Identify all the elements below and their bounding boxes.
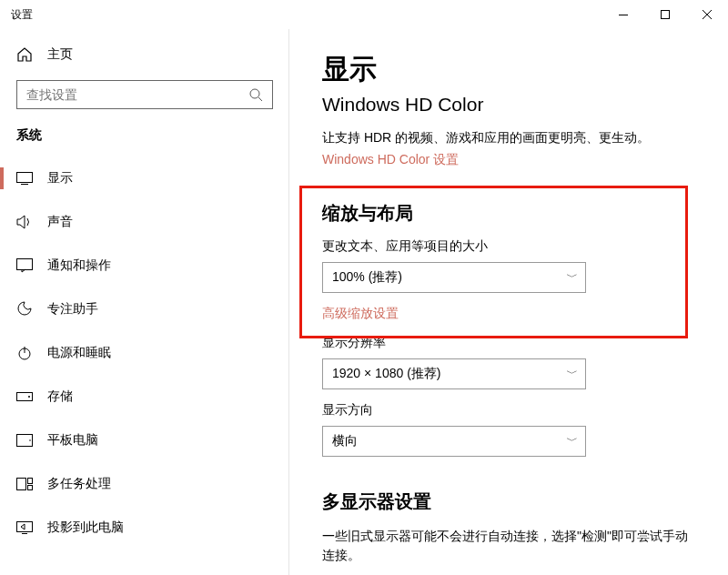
- sidebar-item-display[interactable]: 显示: [0, 156, 289, 200]
- home-label: 主页: [47, 46, 73, 63]
- multitask-icon: [16, 476, 33, 492]
- chevron-down-icon: 〉: [563, 368, 579, 379]
- page-title: 显示: [322, 51, 695, 88]
- hdr-subtitle: Windows HD Color: [322, 94, 695, 116]
- minimize-button[interactable]: [602, 0, 644, 29]
- sidebar-item-label: 电源和睡眠: [47, 345, 111, 361]
- sound-icon: [16, 214, 33, 230]
- close-button[interactable]: [686, 0, 728, 29]
- notifications-icon: [16, 257, 33, 274]
- storage-icon: [16, 388, 33, 405]
- svg-point-4: [250, 89, 259, 98]
- svg-point-14: [29, 439, 31, 441]
- svg-rect-8: [17, 259, 33, 270]
- window-controls: [602, 0, 728, 29]
- sidebar-item-label: 多任务处理: [47, 476, 111, 492]
- svg-rect-15: [17, 479, 26, 490]
- sidebar-item-label: 显示: [47, 170, 73, 187]
- sidebar-item-label: 投影到此电脑: [47, 520, 124, 536]
- search-input[interactable]: [16, 80, 273, 109]
- svg-rect-1: [662, 11, 670, 19]
- sidebar-item-label: 通知和操作: [47, 257, 111, 274]
- orientation-label: 显示方向: [322, 402, 695, 419]
- sidebar-item-label: 专注助手: [47, 301, 98, 318]
- svg-rect-16: [28, 479, 33, 484]
- tablet-icon: [16, 432, 33, 449]
- sidebar-item-label: 存储: [47, 388, 73, 405]
- display-icon: [16, 170, 33, 187]
- resolution-label: 显示分辨率: [322, 335, 695, 351]
- scale-label: 更改文本、应用等项目的大小: [322, 238, 695, 255]
- scale-value: 100% (推荐): [332, 269, 402, 286]
- scale-section-header: 缩放与布局: [322, 201, 695, 226]
- orientation-dropdown[interactable]: 横向 〉: [322, 426, 586, 457]
- multi-display-header: 多显示器设置: [322, 489, 695, 514]
- svg-rect-17: [28, 486, 33, 490]
- hdr-settings-link[interactable]: Windows HD Color 设置: [322, 152, 695, 168]
- sidebar-item-notifications[interactable]: 通知和操作: [0, 244, 289, 288]
- advanced-scale-link[interactable]: 高级缩放设置: [322, 306, 695, 322]
- svg-rect-6: [17, 173, 33, 183]
- sidebar-item-label: 平板电脑: [47, 432, 98, 449]
- search-field[interactable]: [26, 87, 227, 102]
- sidebar-item-focus-assist[interactable]: 专注助手: [0, 288, 289, 331]
- sidebar-item-project[interactable]: 投影到此电脑: [0, 506, 289, 550]
- search-icon: [248, 87, 263, 102]
- sidebar-item-sound[interactable]: 声音: [0, 200, 289, 244]
- sidebar-item-tablet[interactable]: 平板电脑: [0, 419, 289, 462]
- svg-point-12: [28, 396, 30, 398]
- sidebar-item-multitask[interactable]: 多任务处理: [0, 462, 289, 506]
- maximize-button[interactable]: [644, 0, 686, 29]
- svg-rect-0: [619, 15, 628, 15]
- project-icon: [16, 520, 33, 536]
- hdr-description: 让支持 HDR 的视频、游戏和应用的画面更明亮、更生动。: [322, 130, 695, 146]
- chevron-down-icon: 〉: [563, 436, 579, 447]
- focus-assist-icon: [16, 301, 33, 318]
- home-link[interactable]: 主页: [0, 36, 289, 73]
- category-header: 系统: [0, 120, 289, 156]
- orientation-value: 横向: [332, 433, 358, 449]
- resolution-value: 1920 × 1080 (推荐): [332, 366, 440, 382]
- sidebar-item-storage[interactable]: 存储: [0, 375, 289, 419]
- sidebar-item-label: 声音: [47, 214, 73, 230]
- power-icon: [16, 345, 33, 361]
- home-icon: [16, 46, 33, 63]
- sidebar-divider: [288, 29, 289, 575]
- multi-display-description: 一些旧式显示器可能不会进行自动连接，选择"检测"即可尝试手动连接。: [322, 527, 695, 565]
- chevron-down-icon: 〉: [563, 272, 579, 283]
- scale-dropdown[interactable]: 100% (推荐) 〉: [322, 262, 586, 293]
- resolution-dropdown[interactable]: 1920 × 1080 (推荐) 〉: [322, 358, 586, 389]
- sidebar-item-power[interactable]: 电源和睡眠: [0, 331, 289, 375]
- svg-line-5: [258, 97, 262, 101]
- window-title: 设置: [11, 7, 33, 23]
